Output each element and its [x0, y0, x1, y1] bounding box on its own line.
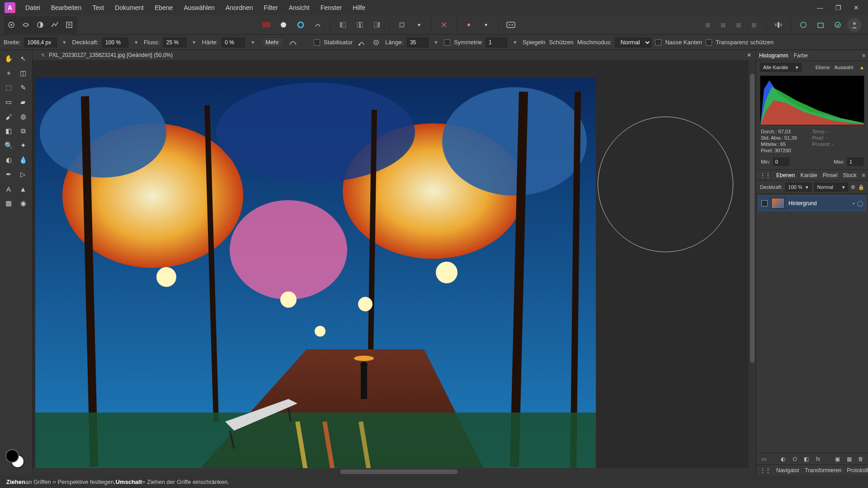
layer-lock-icon[interactable]: 🔒: [858, 184, 864, 190]
layer-item-hintergrund[interactable]: Hintergrund ▪ ◯: [758, 196, 866, 211]
document-tab-close-icon[interactable]: ✕: [747, 52, 751, 58]
tab-farbe[interactable]: Farbe: [794, 52, 808, 59]
panel-menu-icon[interactable]: ≡: [862, 52, 865, 59]
hist-scope-ebene[interactable]: Ebene: [816, 65, 830, 70]
tab-ebenen[interactable]: Ebenen: [776, 172, 795, 178]
menu-dokument[interactable]: Dokument: [109, 0, 149, 15]
length-input[interactable]: [407, 38, 429, 47]
crop-tool-icon[interactable]: ◫: [16, 66, 30, 80]
histogram-warning-icon[interactable]: ▲: [859, 65, 864, 70]
menu-fenster[interactable]: Fenster: [315, 0, 347, 15]
length-dropdown-icon[interactable]: ▾: [432, 39, 440, 46]
canvas-viewport[interactable]: [33, 60, 756, 475]
wetedges-checkbox[interactable]: [655, 39, 661, 46]
tab-stock[interactable]: Stock: [843, 172, 856, 178]
add-mask-icon[interactable]: ◧: [802, 455, 811, 464]
export-persona-icon[interactable]: [62, 17, 76, 33]
opacity-dropdown-icon[interactable]: ▾: [132, 39, 140, 46]
horizontal-scrollbar-thumb[interactable]: [340, 469, 458, 474]
tab-navigator[interactable]: Navigator: [776, 467, 799, 474]
brush-tool-icon[interactable]: 🖌: [2, 110, 15, 123]
quickmask-dropdown-icon[interactable]: ▾: [411, 17, 427, 33]
tab-histogramm[interactable]: Histogramm: [759, 52, 788, 59]
snapping-icon[interactable]: [436, 17, 452, 33]
blendmode-select[interactable]: Normal: [615, 38, 651, 47]
foreground-color-well[interactable]: [5, 449, 19, 463]
hardness-input[interactable]: [222, 38, 245, 47]
menu-bearbeiten[interactable]: Bearbeiten: [46, 0, 87, 15]
alignment-options-icon[interactable]: [461, 17, 476, 33]
tab-kanaele[interactable]: Kanäle: [800, 172, 817, 178]
pressure-size-icon[interactable]: [288, 37, 298, 48]
dodge-tool-icon[interactable]: ◐: [2, 153, 15, 167]
quickmask-icon[interactable]: [394, 17, 410, 33]
smudge-tool-icon[interactable]: 💧: [16, 153, 30, 167]
menu-ebene[interactable]: Ebene: [149, 0, 178, 15]
autolevels-icon[interactable]: [293, 17, 308, 33]
node-tool-icon[interactable]: ▷: [16, 168, 30, 181]
vertical-scrollbar[interactable]: [749, 60, 756, 468]
layer-fx-icon[interactable]: ⚙: [851, 184, 855, 190]
grid-tool-icon[interactable]: ▦: [2, 197, 15, 210]
flow-dropdown-icon[interactable]: ▾: [190, 39, 198, 46]
add-adjustment-icon[interactable]: ◐: [778, 455, 788, 464]
clone-tool-icon[interactable]: ⧉: [16, 124, 30, 138]
sync-icon[interactable]: [796, 17, 811, 33]
menu-auswaehlen[interactable]: Auswählen: [178, 0, 220, 15]
mesh-tool-icon[interactable]: ◉: [16, 197, 30, 210]
symmetry-checkbox[interactable]: [444, 39, 450, 46]
channel-select[interactable]: Alle Kanäle▾: [760, 63, 802, 72]
shape-tool-icon[interactable]: ▲: [16, 182, 30, 196]
layer-locked-icon[interactable]: ▪: [853, 200, 854, 206]
min-input[interactable]: [773, 158, 789, 166]
hardness-dropdown-icon[interactable]: ▾: [249, 39, 257, 46]
protect-label[interactable]: Schützen: [549, 39, 574, 46]
stabilizer-checkbox[interactable]: [314, 39, 320, 46]
tab-transformieren[interactable]: Transformieren: [805, 467, 841, 474]
symmetry-input[interactable]: [486, 38, 507, 47]
flow-input[interactable]: [163, 38, 187, 47]
horizontal-scrollbar[interactable]: [33, 468, 756, 475]
group-layers-icon[interactable]: ▣: [833, 455, 842, 464]
protectalpha-checkbox[interactable]: [706, 39, 712, 46]
add-pixel-layer-icon[interactable]: ▦: [844, 455, 854, 464]
menu-filter[interactable]: Filter: [259, 0, 283, 15]
layer-opacity-input[interactable]: 100 %▾: [785, 183, 811, 192]
layers-menu-icon[interactable]: ≡: [862, 172, 865, 178]
develop-persona-icon[interactable]: [33, 17, 47, 33]
window-minimize-button[interactable]: —: [811, 0, 829, 15]
hist-scope-auswahl[interactable]: Auswahl: [835, 65, 854, 70]
more-button[interactable]: Mehr: [260, 37, 284, 48]
width-dropdown-icon[interactable]: ▾: [61, 39, 69, 46]
autocascade-icon[interactable]: [310, 17, 326, 33]
mirror-label[interactable]: Spiegeln: [523, 39, 546, 46]
delete-layer-icon[interactable]: 🗑: [856, 455, 865, 464]
canvas-image[interactable]: [35, 78, 596, 475]
freehand-tool-icon[interactable]: ✎: [16, 81, 30, 94]
studio-preset-icon[interactable]: [771, 17, 786, 33]
account-avatar-icon[interactable]: [847, 18, 862, 32]
menu-text[interactable]: Text: [87, 0, 109, 15]
max-input[interactable]: [847, 158, 863, 166]
layer-visibility-checkbox[interactable]: [761, 200, 768, 206]
menu-datei[interactable]: Datei: [20, 0, 46, 15]
selection-swatch-icon[interactable]: [259, 17, 274, 33]
selectionbrush-tool-icon[interactable]: ⬚: [2, 81, 15, 94]
arrange-center-icon[interactable]: [352, 17, 368, 33]
move-tool-icon[interactable]: ↖: [16, 52, 30, 66]
text-tool-icon[interactable]: A: [2, 182, 15, 196]
arrange-left-icon[interactable]: [335, 17, 350, 33]
rope-mode-icon[interactable]: [356, 37, 367, 48]
colorpicker-tool-icon[interactable]: ⌖: [2, 66, 15, 80]
alignment-dropdown-icon[interactable]: ▾: [478, 17, 494, 33]
layer-blend-select[interactable]: Normal▾: [814, 183, 848, 192]
photo-persona-icon[interactable]: [5, 17, 18, 33]
flood-tool-icon[interactable]: ▰: [16, 95, 30, 109]
erase-tool-icon[interactable]: ◧: [2, 124, 15, 138]
cloud-icon[interactable]: [830, 17, 845, 33]
tonemap-persona-icon[interactable]: [48, 17, 61, 33]
symmetry-dropdown-icon[interactable]: ▾: [511, 39, 519, 46]
tab-protokoll[interactable]: Protokoll: [847, 467, 868, 474]
tab-pinsel[interactable]: Pinsel: [823, 172, 838, 178]
autocontrast-icon[interactable]: [276, 17, 291, 33]
